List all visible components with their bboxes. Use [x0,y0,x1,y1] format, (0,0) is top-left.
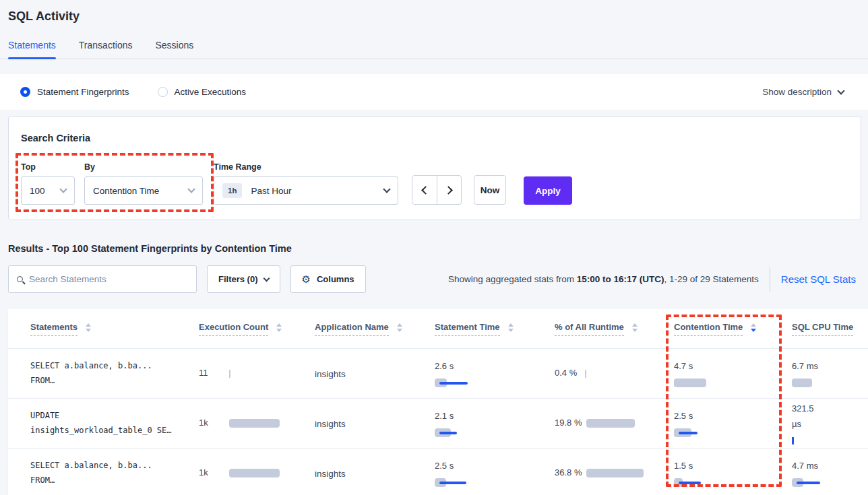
sql-cpu-time-bar [792,478,868,488]
table-row: UPDATEinsights_workload_table_0 SE… 1k i… [8,398,868,448]
statements-table: Statements Execution Count Application N… [8,309,868,495]
by-label: By [84,162,203,172]
time-range-select[interactable]: 1h Past Hour [214,176,398,205]
statement-search-box[interactable] [8,265,197,293]
statement-time-value: 2.5 s [435,459,555,474]
contention-time-value: 2.5 s [674,409,792,424]
sort-icon[interactable] [276,323,282,332]
runtime-pct-bar [586,469,644,478]
apply-button[interactable]: Apply [524,176,572,205]
search-icon [17,276,23,282]
execution-count-value: 11 [199,366,224,381]
col-header-statements[interactable]: Statements [30,322,78,336]
tab-transactions[interactable]: Transactions [79,40,133,59]
radio-statement-fingerprints[interactable]: Statement Fingerprints [20,87,129,97]
chevron-down-icon [263,275,270,282]
page-title: SQL Activity [0,0,868,24]
sort-icon[interactable] [86,323,91,332]
radio-active-executions[interactable]: Active Executions [158,87,247,97]
chevron-down-icon [59,185,67,193]
runtime-pct-value: 19.8 % [555,416,582,431]
sort-icon[interactable] [632,323,638,332]
sql-cpu-time-value: 6.7 ms [792,359,826,374]
execution-count-bar [229,469,280,478]
col-header-application-name[interactable]: Application Name [315,322,389,336]
search-criteria-panel: Search Criteria Top 100 By Contention Ti… [8,116,861,220]
filters-button[interactable]: Filters (0) [207,265,280,293]
col-header-sql-cpu-time[interactable]: SQL CPU Time [792,322,853,336]
runtime-pct-bar [585,369,586,378]
time-range-field: Time Range 1h Past Hour [214,162,398,205]
reset-sql-stats-link[interactable]: Reset SQL Stats [781,273,861,285]
columns-button[interactable]: ⚙ Columns [290,265,366,293]
execution-count-bar [229,419,280,428]
show-description-toggle[interactable]: Show description [762,87,844,97]
time-range-badge: 1h [222,183,242,198]
statement-time-bar [435,378,555,388]
statement-link[interactable]: SELECT a.balance, b.ba...FROM… [30,359,199,388]
application-name-value: insights [315,369,346,379]
show-description-label: Show description [762,87,832,97]
results-heading: Results - Top 100 Statement Fingerprints… [8,243,868,254]
contention-time-value: 1.5 s [674,459,792,474]
view-toggle-band: Statement Fingerprints Active Executions… [0,74,868,110]
sort-icon[interactable] [397,323,402,332]
table-row: SELECT a.balance, b.ba...FROM… 1k insigh… [8,448,868,495]
by-select[interactable]: Contention Time [84,176,203,205]
sql-cpu-time-value: 4.7 ms [792,459,826,474]
top-select[interactable]: 100 [21,176,75,205]
col-header-contention-time[interactable]: Contention Time [674,322,743,336]
gear-icon: ⚙ [302,274,311,284]
runtime-pct-value: 0.4 % [555,366,580,381]
now-button[interactable]: Now [474,175,506,205]
vertical-divider [770,267,770,292]
sort-icon[interactable] [508,323,514,332]
radio-label: Active Executions [175,87,247,97]
contention-time-bar [674,378,792,388]
application-name-value: insights [315,469,346,479]
time-shift-button-group [412,175,462,205]
sql-cpu-time-bar [792,436,868,445]
chevron-right-icon [444,186,453,195]
search-input[interactable] [29,274,188,284]
top-select-value: 100 [30,186,45,196]
statement-link[interactable]: UPDATEinsights_workload_table_0 SE… [30,409,199,438]
by-field: By Contention Time [75,162,203,205]
chevron-down-icon [837,87,844,94]
filters-button-label: Filters (0) [218,274,258,284]
aggregated-stats-text: Showing aggregated stats from 15:00 to 1… [448,274,759,284]
tab-statements[interactable]: Statements [8,40,56,59]
runtime-pct-value: 36.8 % [555,465,582,481]
contention-time-bar [674,428,792,438]
table-row: SELECT a.balance, b.ba...FROM… 11 insigh… [8,348,868,398]
col-header-runtime-pct[interactable]: % of All Runtime [555,322,624,336]
search-criteria-heading: Search Criteria [21,133,848,143]
radio-label: Statement Fingerprints [37,87,129,97]
application-name-value: insights [315,419,346,429]
contention-time-value: 4.7 s [674,359,792,374]
radio-unselected-icon[interactable] [158,87,168,97]
col-header-statement-time[interactable]: Statement Time [435,322,500,336]
sql-cpu-time-value: 321.5 µs [792,401,826,432]
tab-sessions[interactable]: Sessions [155,40,193,59]
time-range-value: Past Hour [251,186,291,196]
chevron-down-icon [383,185,390,193]
statement-time-bar [435,428,555,438]
contention-time-bar [674,478,792,488]
by-select-value: Contention Time [93,186,159,196]
tab-bar: Statements Transactions Sessions [0,40,868,59]
results-controls-row: Filters (0) ⚙ Columns Showing aggregated… [8,265,861,293]
sql-cpu-time-bar [792,378,868,388]
statement-link[interactable]: SELECT a.balance, b.ba...FROM… [30,459,199,488]
previous-time-button[interactable] [412,176,437,204]
col-header-execution-count[interactable]: Execution Count [199,322,268,336]
radio-selected-icon[interactable] [20,87,30,97]
sort-icon-active-desc[interactable] [751,323,756,332]
runtime-pct-bar [586,419,635,428]
statement-time-value: 2.6 s [435,359,555,374]
execution-count-value: 1k [199,416,224,431]
columns-button-label: Columns [317,274,354,284]
execution-count-bar [229,369,230,378]
next-time-button[interactable] [437,176,461,204]
table-header-row: Statements Execution Count Application N… [8,309,868,348]
